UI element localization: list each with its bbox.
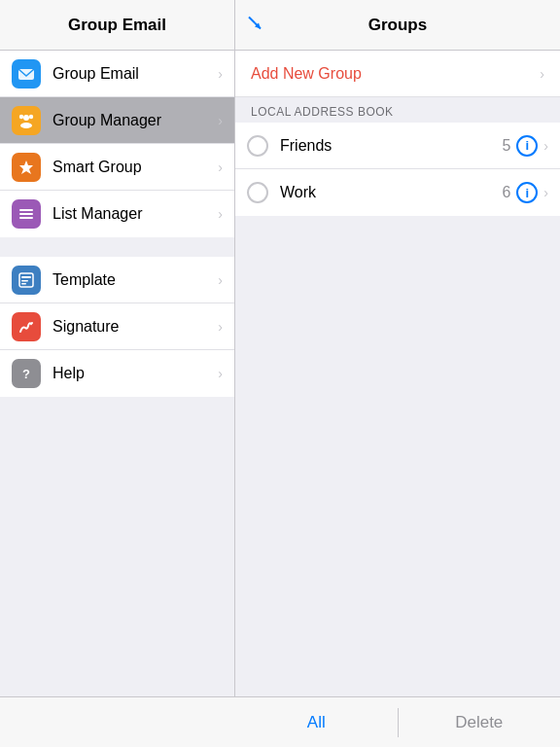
left-title-text: Group Email	[68, 16, 166, 35]
group-chevron-friends: ›	[543, 138, 548, 154]
chevron-icon: ›	[218, 66, 223, 82]
group-count-friends: 5	[502, 137, 510, 155]
right-content: Add New Group › LOCAL ADDRESS BOOK Frien…	[235, 51, 560, 696]
sidebar-group-1: Group Email › Group Manager ›	[0, 51, 234, 237]
smart-group-icon	[12, 153, 41, 182]
sidebar-item-label-list-manager: List Manager	[52, 205, 218, 223]
sidebar-item-label-signature: Signature	[52, 318, 218, 336]
template-icon	[12, 266, 41, 295]
sidebar-item-label-help: Help	[52, 365, 218, 382]
groups-list: Friends 5 i › Work 6 i ›	[235, 123, 560, 216]
group-count-work: 6	[502, 184, 510, 201]
sidebar-item-label-template: Template	[52, 271, 218, 289]
signature-icon	[12, 312, 41, 341]
main-content: Group Email › Group Manager ›	[0, 51, 560, 696]
info-icon-friends[interactable]: i	[516, 135, 538, 157]
svg-point-6	[19, 114, 23, 118]
sidebar-divider	[0, 237, 234, 257]
svg-rect-11	[21, 276, 31, 278]
chevron-icon: ›	[218, 113, 223, 128]
bottom-bar: All Delete	[0, 696, 560, 747]
group-row-work[interactable]: Work 6 i ›	[235, 169, 560, 216]
right-panel: Add New Group › LOCAL ADDRESS BOOK Frien…	[235, 51, 560, 696]
svg-point-3	[23, 115, 29, 121]
sidebar-group-2: Template › Signature › ?	[0, 257, 234, 397]
svg-rect-7	[19, 209, 33, 211]
svg-rect-9	[19, 217, 33, 219]
add-new-group-row[interactable]: Add New Group ›	[235, 51, 560, 97]
sidebar-item-template[interactable]: Template ›	[0, 257, 234, 303]
group-radio-friends[interactable]	[247, 135, 268, 157]
sidebar-item-help[interactable]: ? Help ›	[0, 350, 234, 397]
sidebar-item-label-group-email: Group Email	[52, 65, 218, 83]
sidebar-item-group-email[interactable]: Group Email ›	[0, 51, 234, 97]
group-name-work: Work	[280, 184, 502, 201]
tab-delete-label: Delete	[455, 713, 503, 732]
sidebar: Group Email › Group Manager ›	[0, 51, 235, 696]
sidebar-item-smart-group[interactable]: Smart Group ›	[0, 144, 234, 191]
svg-text:?: ?	[22, 367, 30, 381]
add-new-group-label: Add New Group	[251, 65, 540, 83]
group-row-friends[interactable]: Friends 5 i ›	[235, 123, 560, 169]
svg-line-0	[249, 17, 255, 22]
top-bar-right: Groups	[235, 0, 560, 50]
info-icon-work[interactable]: i	[516, 182, 538, 203]
tab-all-label: All	[307, 713, 326, 732]
sidebar-item-label-group-manager: Group Manager	[52, 112, 218, 129]
chevron-icon: ›	[218, 160, 223, 175]
sidebar-item-group-manager[interactable]: Group Manager ›	[0, 97, 234, 144]
sidebar-item-list-manager[interactable]: List Manager ›	[0, 191, 234, 237]
svg-rect-12	[21, 280, 28, 282]
group-name-friends: Friends	[280, 137, 502, 155]
chevron-icon: ›	[218, 272, 223, 288]
list-manager-icon	[12, 199, 41, 229]
group-manager-icon	[12, 106, 41, 135]
bottom-bar-right: All Delete	[235, 708, 560, 737]
group-radio-work[interactable]	[247, 182, 268, 203]
svg-point-4	[20, 123, 32, 128]
help-icon: ?	[12, 359, 41, 388]
chevron-icon: ›	[218, 319, 223, 335]
top-bar-left-title: Group Email	[0, 0, 235, 50]
svg-rect-8	[19, 213, 33, 215]
add-new-group-chevron: ›	[540, 66, 544, 82]
section-header: LOCAL ADDRESS BOOK	[235, 97, 560, 123]
group-email-icon	[12, 59, 41, 89]
right-title-text: Groups	[368, 16, 427, 35]
chevron-icon: ›	[218, 366, 223, 381]
group-chevron-work: ›	[543, 185, 548, 200]
tab-delete[interactable]: Delete	[399, 713, 561, 732]
top-bar: Group Email Groups	[0, 0, 560, 51]
svg-rect-13	[21, 283, 26, 285]
sidebar-item-signature[interactable]: Signature ›	[0, 303, 234, 350]
expand-icon[interactable]	[245, 13, 264, 37]
tab-all[interactable]: All	[235, 713, 398, 732]
sidebar-item-label-smart-group: Smart Group	[52, 159, 218, 176]
svg-point-5	[29, 114, 33, 118]
chevron-icon: ›	[218, 206, 223, 222]
